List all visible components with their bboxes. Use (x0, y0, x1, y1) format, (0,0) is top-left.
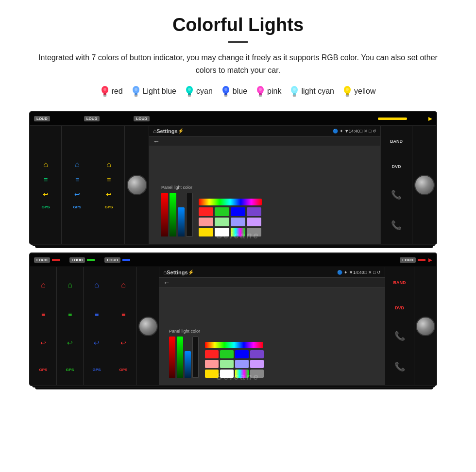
b-back-1: ↩ (40, 339, 46, 347)
settings-label: Settings (156, 128, 177, 134)
bulb-icon-blue (221, 85, 230, 98)
bs-white (220, 370, 234, 378)
svg-point-29 (293, 88, 296, 91)
color-bars (161, 193, 193, 236)
blue-ind-3 (122, 259, 130, 261)
bs-red (205, 350, 219, 358)
b-gps-3: GPS (93, 368, 101, 372)
b-swatches (205, 350, 264, 378)
b-knob-left (137, 267, 159, 385)
swatch-pink-light (199, 218, 213, 226)
color-item-lightblue: Light blue (132, 85, 176, 98)
time-display: 14:40 (349, 129, 360, 134)
right-panel: BAND DVD 📞 📞 (380, 126, 412, 244)
svg-rect-32 (346, 95, 349, 96)
bottom-top-strip: LOUD LOUD LOUD LOUD (30, 253, 436, 267)
swatch-blue (231, 207, 245, 216)
b-dvd: DVD (395, 305, 404, 310)
bs-gray (250, 370, 264, 378)
red-ind-4 (418, 259, 425, 261)
bulb-icon-red (101, 85, 109, 98)
loud-badge-3: LOUD (134, 116, 150, 121)
loud-group-1: LOUD (34, 257, 60, 263)
color-item-yellow: yellow (343, 85, 375, 98)
misc-icons: □ ✕ □ ↺ (360, 129, 376, 134)
page-wrapper: Colorful Lights Integrated with 7 colors… (0, 0, 476, 401)
svg-rect-13 (188, 96, 191, 97)
yellow-bar (378, 118, 407, 120)
home-icon-1: ⌂ (42, 160, 50, 169)
bar-dark (186, 193, 193, 236)
dvd-label: DVD (391, 164, 401, 169)
b-bar-blue (185, 351, 191, 378)
hangup-icon: 📞 (391, 220, 402, 231)
b-gps-2: GPS (66, 368, 74, 372)
b-settings-label: Settings (167, 270, 187, 275)
color-label-cyan: cyan (196, 87, 213, 96)
b-menu-4: ≡ (121, 310, 125, 318)
svg-point-24 (259, 88, 262, 91)
menu-icon-1: ≡ (42, 176, 50, 184)
b-knob-right (414, 267, 436, 385)
screen-content: Panel light color (149, 146, 380, 244)
b-right-panel: BAND DVD 📞 📞 (385, 267, 414, 385)
bar-red (161, 193, 168, 236)
b-back-icon[interactable]: ← (163, 279, 170, 287)
loud-b1: LOUD (34, 257, 50, 263)
color-item-red: red (101, 85, 123, 98)
swatch-green (215, 207, 229, 216)
palette-area: Panel light color (161, 185, 262, 236)
back-icon-3: ↩ (105, 190, 113, 198)
b-home-1: ⌂ (41, 281, 46, 289)
b-phone-icon: 📞 (394, 331, 405, 341)
swatch-red (199, 207, 213, 216)
menu-icon-2: ≡ (73, 176, 82, 184)
bs-lightblue (235, 360, 249, 368)
color-label-yellow: yellow (354, 87, 375, 96)
bottom-left-3: ⌂ ≡ ↩ GPS (84, 267, 110, 385)
b-palette-right (205, 342, 264, 378)
swatch-lavender (247, 218, 261, 226)
red-ind-1 (52, 259, 60, 261)
b-bar-dark (192, 337, 199, 378)
svg-rect-17 (224, 95, 227, 96)
back-icon-2: ↩ (73, 190, 82, 198)
bottom-unit-body: ⌂ ≡ ↩ GPS ⌂ ≡ ↩ GPS ⌂ ≡ ↩ GPS (30, 267, 436, 385)
bulb-icon-yellow (343, 85, 352, 98)
top-strip: LOUD LOUD LOUD (30, 112, 436, 126)
back-nav-icon[interactable]: ← (153, 137, 160, 145)
b-menu-2: ≡ (68, 310, 72, 318)
svg-rect-22 (259, 95, 262, 96)
svg-rect-23 (259, 96, 262, 97)
b-screen-content: Panel light color (159, 287, 385, 385)
knob-area-right (412, 126, 436, 244)
loud-group-4: LOUD (400, 257, 432, 263)
color-item-lightcyan: light cyan (290, 85, 334, 98)
knob-area-left (125, 126, 149, 244)
left-icons-group-3: ⌂ ≡ ↩ GPS (105, 160, 113, 209)
swatch-purple (247, 207, 261, 216)
bs-blue (235, 350, 249, 358)
color-label-lightblue: Light blue (143, 87, 176, 96)
left-nav-panel-3: ⌂ ≡ ↩ GPS (93, 126, 125, 244)
top-main-unit: LOUD LOUD LOUD ⌂ ≡ ↩ GPS (29, 111, 437, 245)
b-home-4: ⌂ (121, 281, 126, 289)
left-icons-group: ⌂ ≡ ↩ GPS (42, 160, 50, 209)
loud-b3: LOUD (104, 257, 120, 263)
color-label-pink: pink (267, 87, 281, 96)
svg-rect-27 (293, 95, 296, 96)
svg-rect-8 (135, 96, 137, 97)
b-rainbow (205, 342, 263, 348)
swatch-blue-light (231, 218, 245, 226)
svg-point-4 (103, 88, 106, 91)
svg-rect-33 (346, 96, 349, 97)
bulb-icon-lightblue (132, 85, 140, 98)
loud-b2: LOUD (69, 257, 85, 263)
svg-rect-12 (188, 95, 191, 96)
palette-right (199, 199, 262, 236)
back-nav-bar: ← (149, 136, 380, 146)
loud-group-2: LOUD (69, 257, 95, 263)
left-nav-panel: ⌂ ≡ ↩ GPS (30, 126, 62, 244)
bs-pink (205, 360, 219, 368)
bottom-left-2: ⌂ ≡ ↩ GPS (57, 267, 84, 385)
